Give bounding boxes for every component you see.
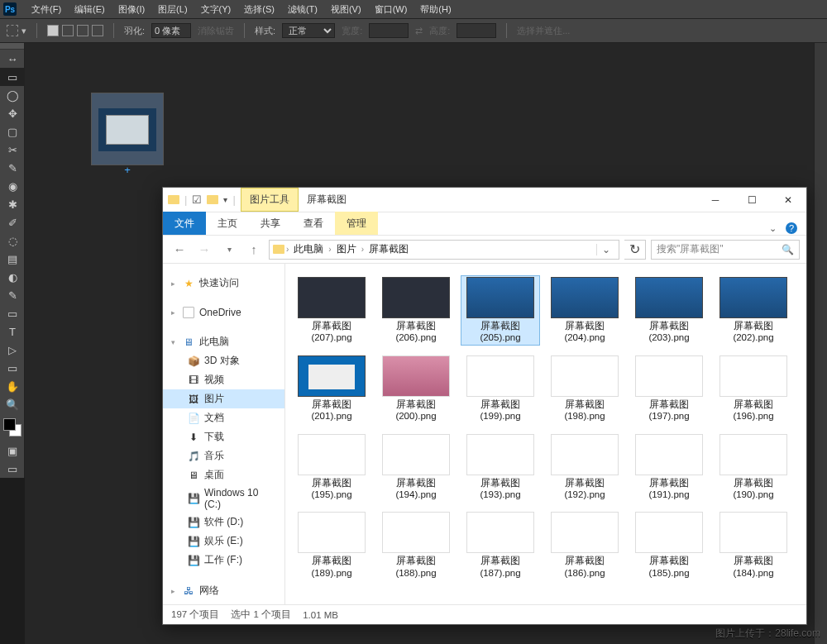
minimize-button[interactable]: ─ <box>697 188 734 212</box>
ps-tool[interactable]: ✋ <box>0 377 25 395</box>
ps-tool[interactable]: ▭ <box>0 68 25 86</box>
file-item[interactable]: 屏幕截图 (184).png <box>714 510 793 580</box>
menu-item[interactable]: 滤镜(T) <box>281 3 324 16</box>
qat-newfolder-icon[interactable] <box>207 195 218 204</box>
refresh-button[interactable]: ↻ <box>624 240 646 260</box>
file-item[interactable]: 屏幕截图 (198).png <box>545 354 624 424</box>
tab-manage[interactable]: 管理 <box>335 212 378 235</box>
explorer-titlebar[interactable]: | ☑ ▾ | 图片工具 屏幕截图 ─ ☐ ✕ <box>163 188 806 212</box>
recent-dropdown[interactable]: ▾ <box>219 240 239 260</box>
ps-tool[interactable]: ◐ <box>0 268 25 286</box>
side-item[interactable]: 🖥桌面 <box>163 465 284 484</box>
forward-button[interactable]: → <box>194 240 214 260</box>
side-item[interactable]: ⬇下载 <box>163 427 284 446</box>
side-item[interactable]: 💾软件 (D:) <box>163 513 284 532</box>
side-item[interactable]: 🖼图片 <box>163 389 284 408</box>
help-icon[interactable]: ? <box>785 222 798 235</box>
crumb-current[interactable]: 屏幕截图 <box>366 242 412 256</box>
file-item[interactable]: 屏幕截图 (204).png <box>545 275 624 346</box>
ps-tool[interactable]: ▷ <box>0 341 25 359</box>
ps-tool[interactable]: ✎ <box>0 286 25 304</box>
file-item[interactable]: 屏幕截图 (191).png <box>629 432 709 503</box>
file-item[interactable]: 屏幕截图 (202).png <box>714 275 793 346</box>
side-item[interactable]: 🎞视频 <box>163 370 284 389</box>
file-item[interactable]: 屏幕截图 (192).png <box>545 432 624 503</box>
ps-tool[interactable]: 🔍 <box>0 395 25 413</box>
marquee-tool-preset[interactable]: ▾ <box>7 25 26 36</box>
menu-item[interactable]: 文件(F) <box>25 3 68 16</box>
menu-item[interactable]: 编辑(E) <box>68 3 112 16</box>
crumb-thispc[interactable]: 此电脑 <box>290 242 327 256</box>
menu-item[interactable]: 选择(S) <box>237 3 281 16</box>
file-item[interactable]: 屏幕截图 (187).png <box>461 510 540 580</box>
ps-tool[interactable]: ↔ <box>0 50 25 68</box>
menu-item[interactable]: 图像(I) <box>112 3 151 16</box>
ps-tool[interactable]: ◌ <box>0 231 25 250</box>
menu-item[interactable]: 窗口(W) <box>368 3 414 16</box>
tab-file[interactable]: 文件 <box>163 212 206 235</box>
qat-dropdown-icon[interactable]: ▾ <box>223 195 227 204</box>
up-button[interactable]: ↑ <box>244 240 264 260</box>
search-input[interactable]: 搜索"屏幕截图" 🔍 <box>651 240 800 260</box>
file-item[interactable]: 屏幕截图 (190).png <box>714 432 793 503</box>
color-swatches[interactable] <box>3 418 22 436</box>
foreground-color[interactable] <box>3 418 16 431</box>
ps-document-thumb[interactable]: + <box>91 93 164 165</box>
ps-tool[interactable]: ◯ <box>0 86 25 104</box>
collapsed-panels[interactable] <box>814 43 827 644</box>
address-dropdown-icon[interactable]: ⌄ <box>596 244 615 255</box>
file-item[interactable]: 屏幕截图 (206).png <box>376 275 456 346</box>
menu-item[interactable]: 视图(V) <box>324 3 368 16</box>
side-thispc[interactable]: ▾🖥此电脑 <box>163 332 284 351</box>
tab-view[interactable]: 查看 <box>292 212 335 235</box>
file-item[interactable]: 屏幕截图 (185).png <box>629 510 709 580</box>
ps-tool[interactable]: ▭ <box>0 304 25 322</box>
file-item[interactable]: 屏幕截图 (207).png <box>292 275 371 346</box>
address-bar[interactable]: › 此电脑 › 图片 › 屏幕截图 ⌄ <box>269 240 619 260</box>
file-item[interactable]: 屏幕截图 (194).png <box>376 432 456 503</box>
tab-home[interactable]: 主页 <box>206 212 249 235</box>
ps-tool[interactable]: T <box>0 322 25 341</box>
side-item[interactable]: 💾工作 (F:) <box>163 551 284 570</box>
ps-tool[interactable]: ▭ <box>0 359 25 377</box>
style-select[interactable]: 正常 <box>282 23 335 38</box>
file-item[interactable]: 屏幕截图 (203).png <box>629 275 709 346</box>
side-onedrive[interactable]: ▸OneDrive <box>163 304 284 321</box>
menu-item[interactable]: 图层(L) <box>151 3 194 16</box>
ps-tool[interactable]: ✥ <box>0 104 25 122</box>
ps-tool[interactable]: ✱ <box>0 195 25 213</box>
toolbar-grip-icon[interactable] <box>0 43 24 50</box>
qat-folder-icon[interactable] <box>168 195 179 204</box>
file-item[interactable]: 屏幕截图 (193).png <box>461 432 540 503</box>
file-item[interactable]: 屏幕截图 (189).png <box>292 510 371 580</box>
menu-item[interactable]: 帮助(H) <box>414 3 457 16</box>
selection-int-icon[interactable] <box>92 25 103 36</box>
menu-item[interactable]: 文字(Y) <box>194 3 238 16</box>
back-button[interactable]: ← <box>170 240 189 260</box>
file-item[interactable]: 屏幕截图 (196).png <box>714 354 793 424</box>
selection-sub-icon[interactable] <box>77 25 88 36</box>
file-item[interactable]: 屏幕截图 (186).png <box>545 510 624 580</box>
search-icon[interactable]: 🔍 <box>782 244 794 255</box>
ps-tool[interactable]: ◉ <box>0 177 25 195</box>
ribbon-expand-icon[interactable]: ⌄ <box>769 223 777 234</box>
maximize-button[interactable]: ☐ <box>734 188 770 212</box>
file-item[interactable]: 屏幕截图 (201).png <box>292 354 371 424</box>
ps-tool[interactable]: ▤ <box>0 250 25 268</box>
ps-tool[interactable]: ✐ <box>0 213 25 231</box>
side-item[interactable]: 💾娱乐 (E:) <box>163 532 284 551</box>
ps-tool[interactable]: ✎ <box>0 159 25 177</box>
crumb-pictures[interactable]: 图片 <box>333 242 360 256</box>
side-network[interactable]: ▸🖧网络 <box>163 581 284 600</box>
side-quick-access[interactable]: ▸★快速访问 <box>163 274 284 293</box>
side-item[interactable]: 📦3D 对象 <box>163 351 284 370</box>
side-item[interactable]: 📄文档 <box>163 408 284 427</box>
side-item[interactable]: 🎵音乐 <box>163 446 284 465</box>
side-item[interactable]: 💾Windows 10 (C:) <box>163 484 284 513</box>
file-list[interactable]: 屏幕截图 (207).png屏幕截图 (206).png屏幕截图 (205).p… <box>285 264 806 604</box>
file-item[interactable]: 屏幕截图 (200).png <box>376 354 456 424</box>
screenmode-icon[interactable]: ▭ <box>0 460 25 478</box>
close-button[interactable]: ✕ <box>770 188 806 212</box>
file-item[interactable]: 屏幕截图 (197).png <box>629 354 709 424</box>
selection-new-icon[interactable] <box>47 25 59 36</box>
